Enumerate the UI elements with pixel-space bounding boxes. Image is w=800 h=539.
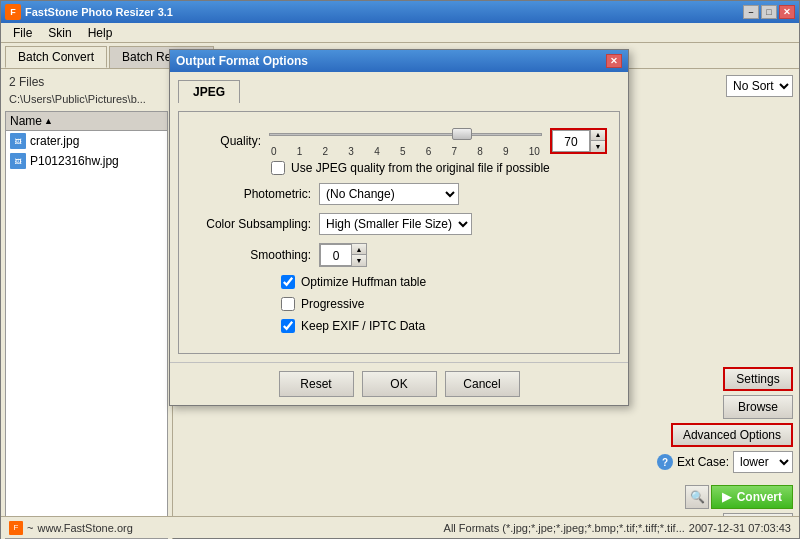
- optimize-huffman-row: Optimize Huffman table: [281, 275, 607, 289]
- photometric-row: Photometric: (No Change)YCbCrRGB: [191, 183, 607, 205]
- status-separator: ~: [27, 522, 33, 534]
- quality-value[interactable]: 70: [552, 130, 590, 152]
- timestamp: 2007-12-31 07:03:43: [689, 522, 791, 534]
- convert-label: Convert: [737, 490, 782, 504]
- optimize-huffman-checkbox[interactable]: [281, 275, 295, 289]
- color-subsampling-select[interactable]: High (Smaller File Size)MediumLow (Bette…: [319, 213, 472, 235]
- file-path: C:\Users\Public\Pictures\b...: [5, 91, 168, 107]
- file-name: P1012316hw.jpg: [30, 154, 119, 168]
- question-icon[interactable]: ?: [657, 454, 673, 470]
- quality-up-button[interactable]: ▲: [591, 130, 605, 141]
- use-jpeg-quality-checkbox[interactable]: [271, 161, 285, 175]
- minimize-button[interactable]: –: [743, 5, 759, 19]
- smoothing-value[interactable]: 0: [320, 244, 352, 266]
- app-title: FastStone Photo Resizer 3.1: [25, 6, 173, 18]
- file-list[interactable]: 🖼 crater.jpg 🖼 P1012316hw.jpg: [5, 131, 168, 525]
- use-jpeg-quality-text: Use JPEG quality from the original file …: [291, 161, 550, 175]
- ext-case-row: ? Ext Case: lowerupper: [657, 451, 793, 473]
- slider-container: 0 1 2 3 4 5 6 7 8 9 10: [269, 124, 542, 157]
- color-subsampling-row: Color Subsampling: High (Smaller File Si…: [191, 213, 607, 235]
- quality-row: Quality: 0 1 2 3 4: [191, 124, 607, 157]
- optimize-huffman-label[interactable]: Optimize Huffman table: [281, 275, 426, 289]
- left-panel: 2 Files C:\Users\Public\Pictures\b... Na…: [1, 69, 173, 539]
- ext-case-label: Ext Case:: [677, 455, 729, 469]
- smoothing-up-button[interactable]: ▲: [352, 244, 366, 255]
- use-jpeg-quality-label[interactable]: Use JPEG quality from the original file …: [271, 161, 550, 175]
- settings-button[interactable]: Settings: [723, 367, 793, 391]
- smoothing-label: Smoothing:: [191, 248, 311, 262]
- dialog-footer: Reset OK Cancel: [170, 362, 628, 405]
- quality-spinner: 70 ▲ ▼: [550, 128, 607, 154]
- status-url: www.FastStone.org: [37, 522, 132, 534]
- ok-button[interactable]: OK: [362, 371, 437, 397]
- title-bar: F FastStone Photo Resizer 3.1 – □ ✕: [1, 1, 799, 23]
- title-bar-buttons: – □ ✕: [743, 5, 795, 19]
- keep-exif-checkbox[interactable]: [281, 319, 295, 333]
- advanced-options-button[interactable]: Advanced Options: [671, 423, 793, 447]
- dialog-title: Output Format Options: [176, 54, 308, 68]
- menu-skin[interactable]: Skin: [40, 24, 79, 42]
- menu-bar: File Skin Help: [1, 23, 799, 43]
- progressive-checkbox[interactable]: [281, 297, 295, 311]
- quality-label: Quality:: [191, 134, 261, 148]
- dialog-title-bar: Output Format Options ✕: [170, 50, 628, 72]
- file-name: crater.jpg: [30, 134, 79, 148]
- use-jpeg-quality-row: Use JPEG quality from the original file …: [271, 161, 607, 175]
- status-icon: F: [9, 521, 23, 535]
- keep-exif-text: Keep EXIF / IPTC Data: [301, 319, 425, 333]
- tab-batch-convert[interactable]: Batch Convert: [5, 46, 107, 68]
- quality-down-button[interactable]: ▼: [591, 141, 605, 152]
- menu-file[interactable]: File: [5, 24, 40, 42]
- close-button[interactable]: ✕: [779, 5, 795, 19]
- progressive-row: Progressive: [281, 297, 607, 311]
- smoothing-down-button[interactable]: ▼: [352, 255, 366, 266]
- ext-case-select[interactable]: lowerupper: [733, 451, 793, 473]
- file-count: 2 Files: [5, 73, 168, 91]
- file-icon: 🖼: [10, 153, 26, 169]
- sort-arrow: ▲: [44, 116, 53, 126]
- convert-button[interactable]: ▶ Convert: [711, 485, 793, 509]
- spinner-buttons: ▲ ▼: [590, 130, 605, 152]
- file-list-header: Name ▲: [5, 111, 168, 131]
- optimize-huffman-text: Optimize Huffman table: [301, 275, 426, 289]
- dialog-tab-jpeg[interactable]: JPEG: [178, 80, 240, 103]
- title-bar-left: F FastStone Photo Resizer 3.1: [5, 4, 173, 20]
- dialog-content: JPEG Quality: 0 1: [170, 72, 628, 362]
- column-name: Name: [10, 114, 42, 128]
- photometric-select[interactable]: (No Change)YCbCrRGB: [319, 183, 459, 205]
- browse-button[interactable]: Browse: [723, 395, 793, 419]
- sort-select[interactable]: No SortNameDateSize: [726, 75, 793, 97]
- dialog-tabs: JPEG: [178, 80, 620, 103]
- menu-help[interactable]: Help: [80, 24, 121, 42]
- convert-icon: ▶: [722, 490, 731, 504]
- slider-labels: 0 1 2 3 4 5 6 7 8 9 10: [269, 146, 542, 157]
- keep-exif-label[interactable]: Keep EXIF / IPTC Data: [281, 319, 425, 333]
- search-button[interactable]: 🔍: [685, 485, 709, 509]
- photometric-label: Photometric:: [191, 187, 311, 201]
- dialog-body: Quality: 0 1 2 3 4: [178, 111, 620, 354]
- reset-button[interactable]: Reset: [279, 371, 354, 397]
- dialog: Output Format Options ✕ JPEG Quality:: [169, 49, 629, 406]
- smoothing-spinner: 0 ▲ ▼: [319, 243, 367, 267]
- list-item[interactable]: 🖼 P1012316hw.jpg: [6, 151, 167, 171]
- keep-exif-row: Keep EXIF / IPTC Data: [281, 319, 607, 333]
- maximize-button[interactable]: □: [761, 5, 777, 19]
- color-subsampling-label: Color Subsampling:: [191, 217, 311, 231]
- app-window: F FastStone Photo Resizer 3.1 – □ ✕ File…: [0, 0, 800, 539]
- list-item[interactable]: 🖼 crater.jpg: [6, 131, 167, 151]
- slider-line: [269, 133, 542, 136]
- dialog-close-button[interactable]: ✕: [606, 54, 622, 68]
- progressive-label[interactable]: Progressive: [281, 297, 364, 311]
- convert-row: 🔍 ▶ Convert: [685, 485, 793, 509]
- bottom-bar: F ~ www.FastStone.org All Formats (*.jpg…: [1, 516, 799, 538]
- cancel-button[interactable]: Cancel: [445, 371, 520, 397]
- file-formats-label: All Formats (*.jpg;*.jpe;*.jpeg;*.bmp;*.…: [444, 522, 685, 534]
- progressive-text: Progressive: [301, 297, 364, 311]
- app-icon: F: [5, 4, 21, 20]
- slider-track[interactable]: [269, 124, 542, 144]
- smoothing-row: Smoothing: 0 ▲ ▼: [191, 243, 607, 267]
- slider-thumb[interactable]: [452, 128, 472, 140]
- file-icon: 🖼: [10, 133, 26, 149]
- smoothing-spinner-buttons: ▲ ▼: [352, 244, 366, 266]
